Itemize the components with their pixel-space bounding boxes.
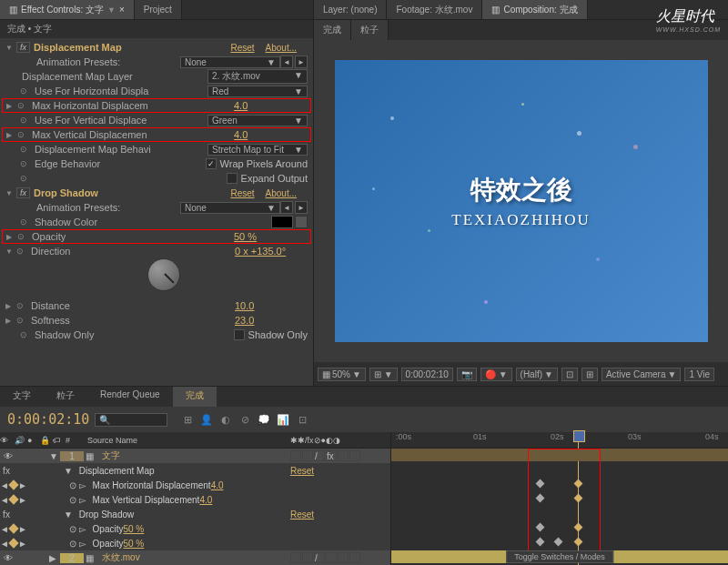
collapse-arrow[interactable]: ▼ [5,247,16,256]
resolution-btn[interactable]: ⊞ ▼ [369,368,398,381]
next-key[interactable]: ► [18,539,27,549]
stopwatch-icon[interactable]: ⊙ [17,130,30,139]
eyedropper-icon[interactable] [295,216,308,228]
stopwatch-icon[interactable]: ⊙ [17,101,30,110]
brainstorm-icon[interactable]: 💭 [257,412,271,427]
tl-ds-reset[interactable]: Reset [290,510,390,520]
tl-dm-name[interactable]: Displacement Map [76,466,155,476]
stopwatch-icon[interactable]: ⊙ [16,301,29,310]
timeline-ruler[interactable]: :00s 01s 02s 03s 04s [391,432,728,449]
timecode[interactable]: 0:00:02:10 [7,411,89,428]
tab-composition[interactable]: ▥ Composition: 完成 [482,0,587,19]
res-dropdown[interactable]: (Half) ▼ [516,368,558,381]
stopwatch-icon[interactable]: ⊙ [20,159,33,168]
v-use-dropdown[interactable]: Green▼ [207,115,308,126]
tl-hmax-val[interactable]: 4.0 [211,480,284,490]
direction-knob[interactable] [147,258,180,291]
visibility-toggle[interactable]: 👁 [0,553,16,563]
composition-preview[interactable]: 特效之後 TEXIAOZHIHOU [335,60,708,342]
motion-blur-icon[interactable]: ⊘ [238,412,252,427]
switch[interactable] [349,450,360,461]
switch[interactable] [302,450,313,461]
expand-arrow[interactable]: ▶ [6,102,17,110]
collapse-arrow[interactable]: ▼ [5,189,16,197]
zoom-dropdown[interactable]: ▦ 50% ▼ [318,368,366,381]
stopwatch-icon[interactable]: ⊙ [16,247,29,256]
softness-value[interactable]: 23.0 [235,315,308,326]
toggle-switches-button[interactable]: Toggle Switches / Modes [506,550,613,563]
stopwatch-icon[interactable]: ⊙ [20,145,33,154]
dm-layer-dropdown[interactable]: 2. 水纹.mov▼ [207,69,308,84]
roi-icon[interactable]: ⊡ [561,368,578,381]
distance-value[interactable]: 10.0 [235,300,308,311]
key-indicator[interactable] [8,523,18,533]
snapshot-icon[interactable]: 📷 [457,368,477,381]
switch[interactable] [326,552,337,563]
tl-tab-2[interactable]: 粒子 [44,387,87,407]
about-link[interactable]: About... [266,188,297,198]
v-max-value[interactable]: 4.0 [234,129,307,140]
h-use-dropdown[interactable]: Red▼ [207,86,308,97]
expand-arrow[interactable]: ▶ [6,131,17,139]
tab-effect-controls[interactable]: ▥ Effect Controls: 文字 ▼× [0,0,135,19]
fx-badge[interactable]: fx [16,42,30,53]
behavior-dropdown[interactable]: Stretch Map to Fit▼ [207,144,308,156]
presets-dropdown[interactable]: None▼ [180,56,280,68]
col-source[interactable]: Source Name [82,436,290,445]
layer-name[interactable]: 水纹.mov [98,551,290,564]
next-key[interactable]: ► [18,480,27,490]
preset-prev[interactable]: ◄ [280,201,293,214]
switch[interactable] [338,552,349,563]
tl-vmax-val[interactable]: 4.0 [199,495,272,505]
stopwatch-icon[interactable]: ⊙ [17,232,30,241]
switch[interactable] [338,450,349,461]
tab-project[interactable]: Project [135,0,182,19]
switch[interactable]: / [314,450,325,461]
expand-checkbox[interactable] [227,173,238,184]
grid-icon[interactable]: ⊞ [581,368,598,381]
tl-tab-4[interactable]: 完成 [173,387,217,407]
switch[interactable]: / [314,552,325,563]
opacity-value[interactable]: 50 % [234,231,307,242]
switch[interactable] [290,450,301,461]
about-link[interactable]: About... [266,43,297,53]
collapse-arrow[interactable]: ▼ [5,44,16,52]
tl-ds-name[interactable]: Drop Shadow [76,510,135,520]
key-indicator[interactable] [8,494,18,504]
switch[interactable] [290,552,301,563]
preset-prev[interactable]: ◄ [280,55,293,68]
graph-icon[interactable]: 📊 [276,412,290,427]
tl-opacity-val[interactable]: 50 % [123,524,196,534]
reset-link[interactable]: Reset [230,43,254,53]
next-key[interactable]: ► [18,524,27,534]
color-swatch[interactable] [271,216,293,228]
shy-icon[interactable]: 👤 [199,412,214,427]
tab-footage[interactable]: Footage: 水纹.mov [387,0,482,19]
tl-dm-reset[interactable]: Reset [290,466,390,476]
key-indicator[interactable] [8,538,18,548]
tab-layer[interactable]: Layer: (none) [314,0,387,19]
stopwatch-icon[interactable]: ⊙ [20,330,33,339]
switch[interactable]: fx [326,450,337,461]
time-display[interactable]: 0:00:02:10 [401,368,453,381]
h-max-value[interactable]: 4.0 [234,100,307,111]
layer-name[interactable]: 文字 [98,449,290,462]
wrap-checkbox[interactable] [206,158,217,169]
expand-arrow[interactable]: ▶ [5,317,16,325]
key-indicator[interactable] [8,479,18,489]
preset-next[interactable]: ► [295,201,308,214]
draft-icon[interactable]: ⊡ [295,412,309,427]
visibility-toggle[interactable]: 👁 [0,451,16,461]
tl-tab-3[interactable]: Render Queue [87,387,173,407]
shadowonly-checkbox[interactable] [234,329,245,340]
stopwatch-icon[interactable]: ⊙ [16,316,29,325]
switch[interactable] [302,552,313,563]
expand-arrow[interactable]: ▶ [5,302,16,310]
preset-next[interactable]: ► [295,55,308,68]
comp-btn[interactable]: ⊞ [180,412,195,427]
fx-badge[interactable]: fx [16,187,30,198]
col-num[interactable]: # [66,436,82,445]
tl-opacity2-val[interactable]: 50 % [123,539,196,549]
views-dropdown[interactable]: 1 Vie [684,368,714,381]
camera-dropdown[interactable]: Active Camera ▼ [602,368,681,381]
